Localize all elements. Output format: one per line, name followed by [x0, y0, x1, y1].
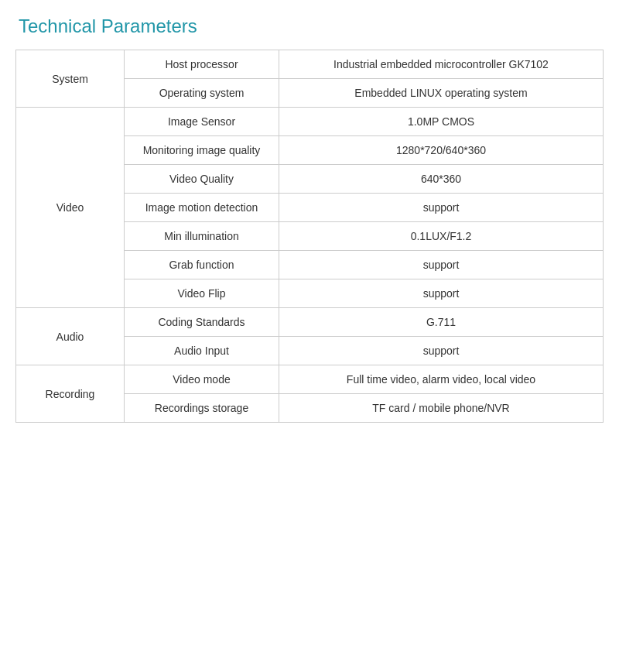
- value-cell: support: [279, 279, 604, 308]
- param-cell: Audio Input: [125, 337, 279, 365]
- category-cell: Audio: [16, 308, 125, 365]
- param-cell: Host processor: [125, 50, 279, 79]
- page-title: Technical Parameters: [15, 15, 604, 37]
- param-cell: Operating system: [125, 79, 279, 108]
- category-cell: System: [16, 50, 125, 108]
- value-cell: support: [279, 194, 604, 222]
- value-cell: support: [279, 251, 604, 279]
- param-cell: Video Quality: [125, 165, 279, 194]
- value-cell: TF card / mobile phone/NVR: [279, 394, 604, 423]
- value-cell: 1280*720/640*360: [279, 136, 604, 165]
- param-cell: Monitoring image quality: [125, 136, 279, 165]
- param-cell: Video Flip: [125, 279, 279, 308]
- value-cell: 1.0MP CMOS: [279, 108, 604, 136]
- table-row: RecordingVideo modeFull time video, alar…: [16, 365, 604, 394]
- param-cell: Recordings storage: [125, 394, 279, 423]
- technical-parameters-table: SystemHost processorIndustrial embedded …: [15, 50, 604, 423]
- table-row: AudioCoding StandardsG.711: [16, 308, 604, 337]
- category-cell: Recording: [16, 365, 125, 423]
- value-cell: 0.1LUX/F1.2: [279, 222, 604, 251]
- param-cell: Image motion detection: [125, 194, 279, 222]
- table-row: SystemHost processorIndustrial embedded …: [16, 50, 604, 79]
- table-row: VideoImage Sensor1.0MP CMOS: [16, 108, 604, 136]
- param-cell: Image Sensor: [125, 108, 279, 136]
- value-cell: 640*360: [279, 165, 604, 194]
- value-cell: Full time video, alarm video, local vide…: [279, 365, 604, 394]
- param-cell: Grab function: [125, 251, 279, 279]
- value-cell: G.711: [279, 308, 604, 337]
- param-cell: Video mode: [125, 365, 279, 394]
- param-cell: Coding Standards: [125, 308, 279, 337]
- value-cell: Embedded LINUX operating system: [279, 79, 604, 108]
- category-cell: Video: [16, 108, 125, 308]
- value-cell: support: [279, 337, 604, 365]
- param-cell: Min illumination: [125, 222, 279, 251]
- value-cell: Industrial embedded microcontroller GK71…: [279, 50, 604, 79]
